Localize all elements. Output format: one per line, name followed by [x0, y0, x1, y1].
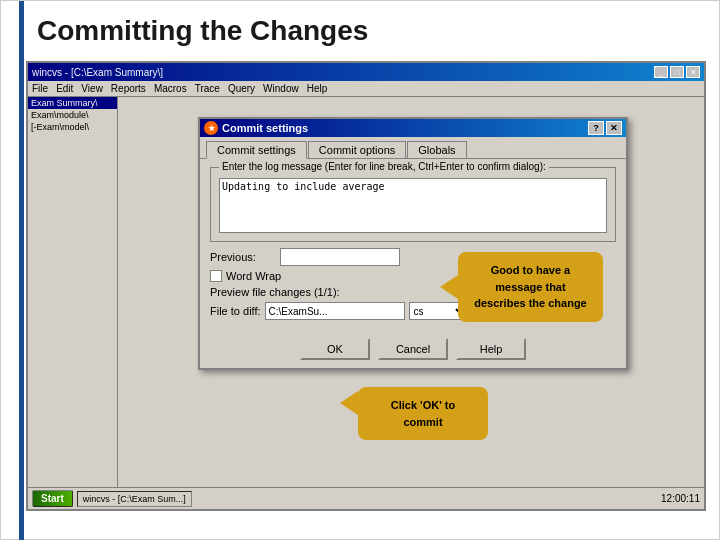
tab-commit-settings[interactable]: Commit settings — [206, 141, 307, 159]
ide-titlebar-buttons: _ □ ✕ — [654, 66, 700, 78]
log-message-textarea[interactable]: Updating to include average — [219, 178, 607, 233]
tab-globals[interactable]: Globals — [407, 141, 466, 158]
menu-help[interactable]: Help — [307, 83, 328, 94]
tab-commit-options[interactable]: Commit options — [308, 141, 406, 158]
dialog-icon: ★ — [204, 121, 218, 135]
ide-taskbar: Start wincvs - [C:\Exam Sum...] 12:00:11 — [28, 487, 704, 509]
menu-trace[interactable]: Trace — [195, 83, 220, 94]
dialog-titlebar: ★ Commit settings ? ✕ — [200, 119, 626, 137]
previous-input[interactable] — [280, 248, 400, 266]
dialog-title-text: ★ Commit settings — [204, 121, 588, 135]
menu-reports[interactable]: Reports — [111, 83, 146, 94]
taskbar-time: 12:00:11 — [661, 493, 700, 504]
file-to-diff-input[interactable] — [265, 302, 405, 320]
ide-left-item-2: [-Exam\model\ — [28, 121, 117, 133]
ide-right-panel: ★ Commit settings ? ✕ Commit settings Co… — [118, 97, 704, 509]
menu-query[interactable]: Query — [228, 83, 255, 94]
slide-title: Committing the Changes — [37, 15, 368, 47]
dialog-close-btn[interactable]: ✕ — [606, 121, 622, 135]
ide-title-text: wincvs - [C:\Exam Summary\] — [32, 67, 654, 78]
dialog-help-icon-btn[interactable]: ? — [588, 121, 604, 135]
ide-left-item-1: Exam\module\ — [28, 109, 117, 121]
word-wrap-checkbox[interactable] — [210, 270, 222, 282]
previous-label: Previous: — [210, 251, 280, 263]
cancel-button[interactable]: Cancel — [378, 338, 448, 360]
menu-edit[interactable]: Edit — [56, 83, 73, 94]
callout-top-text: Good to have a message that describes th… — [474, 264, 587, 309]
menu-file[interactable]: File — [32, 83, 48, 94]
ide-menubar: File Edit View Reports Macros Trace Quer… — [28, 81, 704, 97]
ide-left-panel: Exam Summary\ Exam\module\ [-Exam\model\ — [28, 97, 118, 509]
callout-ok-tip: Click 'OK' to commit — [358, 387, 488, 440]
dialog-tabs: Commit settings Commit options Globals — [200, 137, 626, 159]
dialog-title-label: Commit settings — [222, 122, 308, 134]
ide-close-btn[interactable]: ✕ — [686, 66, 700, 78]
ide-titlebar: wincvs - [C:\Exam Summary\] _ □ ✕ — [28, 63, 704, 81]
ide-content: Exam Summary\ Exam\module\ [-Exam\model\… — [28, 97, 704, 509]
log-message-group: Enter the log message (Enter for line br… — [210, 167, 616, 242]
ide-panel-title: Exam Summary\ — [28, 97, 117, 109]
file-to-diff-label: File to diff: — [210, 305, 261, 317]
help-button[interactable]: Help — [456, 338, 526, 360]
word-wrap-label: Word Wrap — [226, 270, 281, 282]
ok-button[interactable]: OK — [300, 338, 370, 360]
slide-accent-bar — [19, 1, 24, 540]
menu-view[interactable]: View — [81, 83, 103, 94]
ide-minimize-btn[interactable]: _ — [654, 66, 668, 78]
menu-macros[interactable]: Macros — [154, 83, 187, 94]
ide-window: wincvs - [C:\Exam Summary\] _ □ ✕ File E… — [26, 61, 706, 511]
preview-label: Preview file changes (1/1): — [210, 286, 340, 298]
callout-bottom-text: Click 'OK' to commit — [391, 399, 456, 428]
taskbar-start-btn[interactable]: Start — [32, 490, 73, 507]
log-group-label: Enter the log message (Enter for line br… — [219, 161, 549, 172]
dialog-titlebar-btns: ? ✕ — [588, 121, 622, 135]
slide: Committing the Changes wincvs - [C:\Exam… — [0, 0, 720, 540]
menu-window[interactable]: Window — [263, 83, 299, 94]
commit-settings-dialog: ★ Commit settings ? ✕ Commit settings Co… — [198, 117, 628, 370]
dialog-footer: OK Cancel Help — [200, 334, 626, 368]
taskbar-wincvs-item[interactable]: wincvs - [C:\Exam Sum...] — [77, 491, 192, 507]
callout-message-tip: Good to have a message that describes th… — [458, 252, 603, 322]
ide-maximize-btn[interactable]: □ — [670, 66, 684, 78]
